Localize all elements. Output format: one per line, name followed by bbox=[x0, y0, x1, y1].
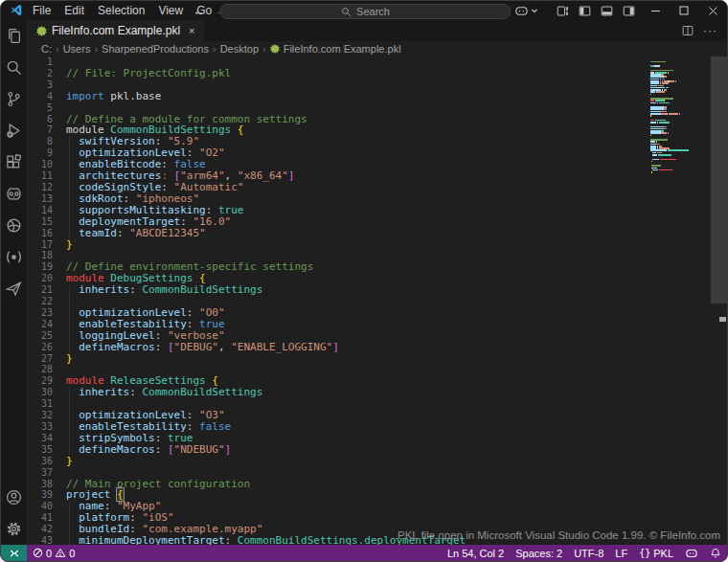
brackets-face-extension-icon[interactable] bbox=[1, 241, 28, 273]
breadcrumb-separator-icon: › bbox=[94, 43, 98, 55]
command-center-search[interactable]: Search bbox=[220, 4, 511, 19]
line-number: 41 bbox=[28, 512, 53, 524]
copilot-status[interactable] bbox=[679, 545, 704, 561]
line-number: 11 bbox=[28, 170, 53, 182]
line-number: 33 bbox=[28, 421, 53, 433]
breadcrumb-item[interactable]: Desktop bbox=[220, 43, 259, 55]
encoding-status[interactable]: UTF-8 bbox=[568, 545, 609, 561]
menu-file[interactable]: File bbox=[26, 4, 57, 17]
paper-plane-extension-icon[interactable] bbox=[1, 273, 28, 304]
menu-edit[interactable]: Edit bbox=[57, 4, 91, 17]
breadcrumb-item[interactable]: Users bbox=[63, 43, 91, 55]
editor[interactable]: 1234567891011121314151617181920212223242… bbox=[28, 56, 727, 545]
copilot-button[interactable] bbox=[514, 3, 538, 18]
toggle-panel-icon[interactable] bbox=[601, 5, 613, 17]
code-line[interactable]: } bbox=[66, 353, 648, 365]
scrollbar-thumb[interactable] bbox=[711, 56, 727, 303]
warnings-icon bbox=[55, 548, 66, 558]
swirl-extension-icon[interactable] bbox=[1, 210, 28, 241]
line-number: 36 bbox=[28, 456, 53, 467]
line-number: 3 bbox=[28, 79, 53, 91]
remote-indicator[interactable] bbox=[1, 545, 27, 561]
problems-status[interactable]: 0 0 bbox=[27, 545, 80, 561]
code-line[interactable]: defineMacros: ["DEBUG", "ENABLE_LOGGING"… bbox=[66, 342, 648, 353]
line-number: 31 bbox=[28, 398, 53, 410]
customize-layout-icon[interactable] bbox=[557, 5, 569, 17]
line-number: 23 bbox=[28, 307, 53, 319]
notifications-status[interactable] bbox=[704, 545, 727, 561]
errors-count: 0 bbox=[46, 548, 52, 559]
toggle-primary-sidebar-icon[interactable] bbox=[579, 5, 591, 17]
extensions-icon[interactable] bbox=[1, 146, 28, 178]
code-line[interactable]: inherits: CommonBuildSettings bbox=[66, 387, 648, 398]
pkl-file-icon bbox=[36, 26, 47, 36]
tab-close-icon[interactable]: × bbox=[189, 25, 194, 36]
breadcrumb-item[interactable]: SharpenedProductions bbox=[102, 43, 209, 55]
cursor-position-status[interactable]: Ln 54, Col 2 bbox=[442, 545, 510, 561]
toggle-secondary-sidebar-icon[interactable] bbox=[623, 5, 635, 17]
line-number: 28 bbox=[28, 364, 53, 375]
line-number: 7 bbox=[28, 124, 53, 136]
close-button[interactable] bbox=[698, 1, 727, 20]
tab-actions: ··· bbox=[682, 20, 727, 41]
code-area[interactable]: // File: ProjectConfig.pklimport pkl.bas… bbox=[66, 56, 648, 545]
indentation-status[interactable]: Spaces: 2 bbox=[510, 545, 568, 561]
line-number: 39 bbox=[28, 489, 53, 501]
line-number: 16 bbox=[28, 228, 53, 239]
line-number: 17 bbox=[28, 239, 53, 251]
minimize-button[interactable] bbox=[641, 1, 670, 20]
language-mode-label: PKL bbox=[653, 548, 673, 559]
search-view-icon[interactable] bbox=[1, 52, 28, 83]
eol-status[interactable]: LF bbox=[609, 545, 633, 561]
pkl-file-icon bbox=[270, 44, 280, 54]
menu-selection[interactable]: Selection bbox=[91, 4, 151, 17]
tab-fileinfo-example[interactable]: FileInfo.com Example.pkl × bbox=[28, 20, 204, 41]
code-line[interactable]: teamId: "ABCDE12345" bbox=[66, 228, 648, 239]
editor-more-actions-icon[interactable]: ··· bbox=[703, 24, 717, 37]
account-icon[interactable] bbox=[1, 482, 28, 513]
line-number: 37 bbox=[28, 467, 53, 479]
code-line[interactable]: inherits: CommonBuildSettings bbox=[66, 284, 648, 296]
line-number: 29 bbox=[28, 375, 53, 387]
explorer-icon[interactable] bbox=[1, 20, 28, 52]
line-number: 27 bbox=[28, 353, 53, 365]
editor-scrollbar[interactable] bbox=[711, 56, 727, 545]
title-bar: FileEditSelectionViewGo··· ← → Search bbox=[1, 1, 727, 20]
search-icon bbox=[341, 7, 352, 17]
menu-view[interactable]: View bbox=[151, 4, 190, 17]
source-control-icon[interactable] bbox=[1, 83, 28, 115]
code-line[interactable]: } bbox=[66, 239, 648, 251]
run-and-debug-icon[interactable] bbox=[1, 115, 28, 146]
indent-guide bbox=[69, 387, 70, 398]
language-mode-status[interactable]: {} PKL bbox=[633, 545, 679, 561]
breadcrumb-item[interactable]: C: bbox=[41, 43, 52, 55]
line-number: 10 bbox=[28, 159, 53, 170]
line-number: 42 bbox=[28, 524, 53, 535]
code-line[interactable]: defineMacros: ["NDEBUG"] bbox=[66, 444, 648, 456]
warnings-count: 0 bbox=[69, 548, 75, 559]
line-number: 40 bbox=[28, 501, 53, 512]
nav-back-icon[interactable]: ← bbox=[193, 4, 205, 18]
maximize-button[interactable] bbox=[670, 1, 698, 20]
indent-guide bbox=[69, 535, 70, 545]
line-number: 24 bbox=[28, 319, 53, 330]
line-number: 20 bbox=[28, 273, 53, 284]
code-line[interactable]: // Main project configuration bbox=[66, 479, 648, 490]
godot-extension-icon[interactable] bbox=[1, 178, 28, 210]
line-number: 22 bbox=[28, 296, 53, 307]
copilot-status-icon bbox=[685, 548, 698, 559]
settings-gear-icon[interactable] bbox=[1, 513, 28, 545]
code-line[interactable]: import pkl.base bbox=[66, 91, 648, 102]
code-line[interactable]: // File: ProjectConfig.pkl bbox=[66, 68, 648, 79]
line-number: 32 bbox=[28, 410, 53, 421]
line-number: 4 bbox=[28, 91, 53, 102]
line-number: 43 bbox=[28, 535, 53, 545]
minimap[interactable] bbox=[650, 58, 710, 173]
line-number: 34 bbox=[28, 433, 53, 444]
line-number: 9 bbox=[28, 147, 53, 159]
split-editor-icon[interactable] bbox=[682, 25, 694, 36]
breadcrumb-file[interactable]: FileInfo.com Example.pkl bbox=[270, 43, 401, 55]
code-line[interactable]: } bbox=[66, 456, 648, 467]
tab-label: FileInfo.com Example.pkl bbox=[52, 24, 180, 37]
bell-icon bbox=[710, 548, 721, 559]
